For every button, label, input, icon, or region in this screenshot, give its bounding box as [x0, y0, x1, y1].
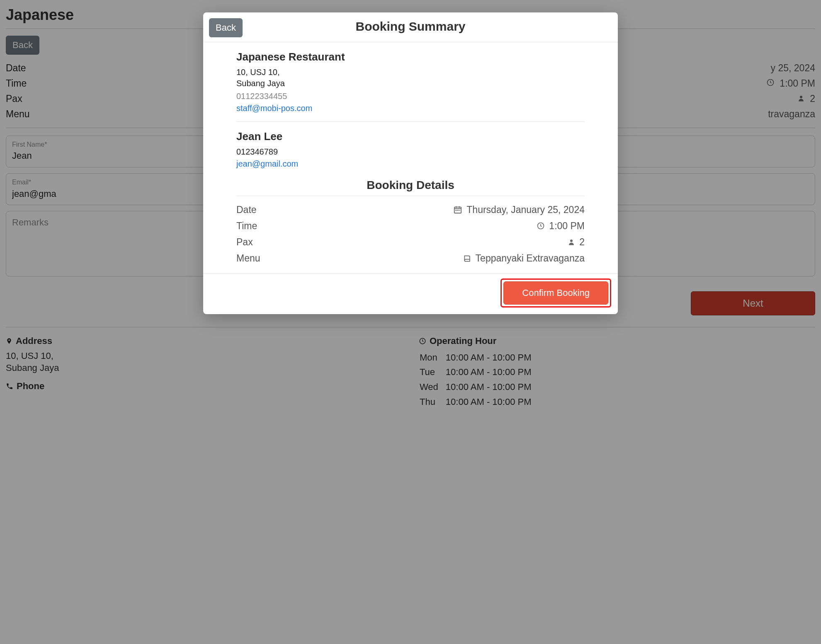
detail-label-pax: Pax — [236, 236, 253, 249]
modal-title: Booking Summary — [210, 18, 611, 35]
restaurant-address-line2: Subang Jaya — [236, 78, 585, 89]
detail-value-pax: 2 — [579, 236, 585, 249]
booking-summary-modal: Back Booking Summary Japanese Restaurant… — [203, 12, 618, 314]
clock-icon — [537, 222, 545, 230]
customer-phone: 012346789 — [236, 146, 585, 157]
modal-footer: Confirm Booking — [203, 273, 618, 314]
customer-email-link[interactable]: jean@gmail.com — [236, 159, 298, 168]
restaurant-phone: 01122334455 — [236, 91, 585, 102]
booking-details-heading: Booking Details — [236, 177, 585, 193]
detail-label-date: Date — [236, 203, 257, 216]
modal-body: Japanese Restaurant 10, USJ 10, Subang J… — [203, 42, 618, 274]
svg-point-8 — [570, 240, 573, 242]
svg-rect-6 — [459, 210, 460, 211]
detail-label-time: Time — [236, 220, 257, 232]
divider — [236, 196, 585, 196]
calendar-icon — [453, 205, 462, 214]
detail-label-menu: Menu — [236, 252, 260, 265]
detail-value-menu: Teppanyaki Extravaganza — [476, 252, 585, 265]
confirm-button-highlight: Confirm Booking — [500, 278, 611, 307]
confirm-booking-button[interactable]: Confirm Booking — [503, 281, 608, 305]
detail-value-date: Thursday, January 25, 2024 — [466, 203, 585, 216]
restaurant-name: Japanese Restaurant — [236, 50, 585, 64]
book-icon — [463, 254, 471, 263]
modal-overlay: Back Booking Summary Japanese Restaurant… — [0, 0, 821, 644]
modal-back-button[interactable]: Back — [209, 18, 243, 37]
customer-name: Jean Lee — [236, 129, 585, 144]
restaurant-email-link[interactable]: staff@mobi-pos.com — [236, 104, 312, 113]
svg-rect-5 — [457, 210, 459, 211]
detail-value-time: 1:00 PM — [549, 220, 585, 232]
modal-header: Back Booking Summary — [203, 12, 618, 42]
divider — [236, 121, 585, 122]
person-icon — [568, 238, 575, 246]
svg-rect-4 — [456, 210, 457, 211]
restaurant-address-line1: 10, USJ 10, — [236, 67, 585, 78]
